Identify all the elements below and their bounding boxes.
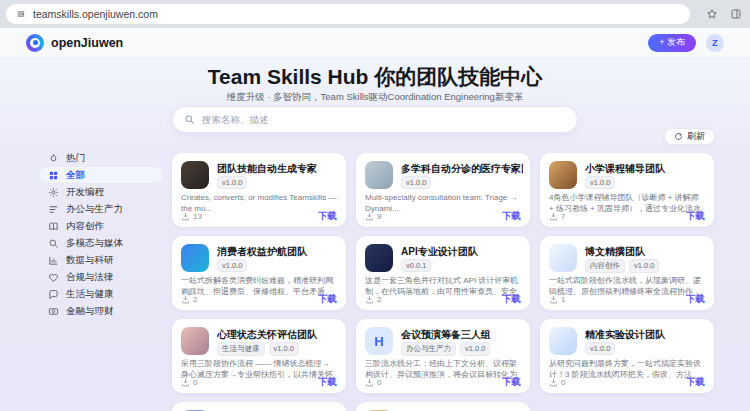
download-count-icon [365, 212, 374, 221]
browser-panel-icon[interactable] [730, 8, 742, 20]
skill-title: 多学科自动分诊的医疗专家团队 [401, 162, 523, 176]
chat-bubble-icon [48, 289, 59, 300]
download-count: 2 [181, 295, 197, 304]
list-icon [48, 204, 59, 215]
download-link[interactable]: 下载 [686, 293, 705, 306]
bar-chart-icon [48, 255, 59, 266]
skill-title: 消费者权益护航团队 [217, 245, 339, 259]
download-link[interactable]: 下载 [686, 210, 705, 223]
skill-app-icon [181, 244, 209, 272]
download-link[interactable]: 下载 [502, 210, 521, 223]
download-count: 2 [365, 295, 381, 304]
sidebar-item-all[interactable]: 全部 [40, 167, 162, 183]
skill-card[interactable]: 团队技能自动生成专家 v1.0.0 Creates, converts, or … [172, 153, 346, 227]
flame-icon [48, 153, 59, 164]
version-badge: v1.0.0 [460, 342, 490, 356]
download-count-icon [181, 295, 190, 304]
skill-card[interactable]: 博文精撰团队 内容创作v1.0.0 一站式四阶段创作流水线，从现象调研、逻辑梳理… [540, 236, 714, 310]
grid-icon [48, 170, 59, 181]
skill-card[interactable]: API专业设计团队 v0.0.1 这是一套三角色并行对抗式 API 设计评审机制… [356, 236, 530, 310]
sidebar-item-legal[interactable]: 合规与法律 [40, 269, 162, 285]
app-header: openJiuwen + 发布 Z [0, 28, 750, 58]
skill-card-partial[interactable] [356, 402, 530, 411]
search-input[interactable] [202, 114, 566, 125]
skill-card[interactable]: 小学课程辅导团队 v1.0.0 4角色小学课程辅导团队（诊断师 + 讲解师 + … [540, 153, 714, 227]
download-link[interactable]: 下载 [318, 376, 337, 389]
sidebar-item-dev[interactable]: 开发编程 [40, 184, 162, 200]
brand-name: openJiuwen [51, 36, 123, 50]
skill-title: API专业设计团队 [401, 245, 523, 259]
sidebar-item-content[interactable]: 内容创作 [40, 218, 162, 234]
download-link[interactable]: 下载 [318, 293, 337, 306]
version-badge: v0.0.1 [401, 259, 431, 272]
download-count: 7 [549, 212, 565, 221]
download-count: 1 [549, 295, 565, 304]
sidebar-item-label: 金融与理财 [66, 305, 114, 318]
skill-app-icon [181, 161, 209, 189]
sidebar-item-finance[interactable]: 金融与理财 [40, 303, 162, 319]
heart-icon [48, 272, 59, 283]
download-count-icon [181, 378, 190, 387]
download-count: 0 [549, 378, 565, 387]
tag-badge: 生活与健康 [217, 342, 265, 356]
bookmark-star-icon[interactable] [706, 8, 718, 20]
sidebar-item-hot[interactable]: 热门 [40, 150, 162, 166]
refresh-icon [674, 132, 683, 141]
version-badge: v1.0.0 [629, 259, 659, 273]
skill-app-icon [549, 244, 577, 272]
sidebar-item-health[interactable]: 生活与健康 [40, 286, 162, 302]
skill-card[interactable]: H 会议预演筹备三人组 办公与生产力v1.0.0 三阶流水线分工：经由上下文分析… [356, 319, 530, 393]
browser-chrome: teamskills.openjiuwen.com [0, 0, 750, 28]
sidebar-item-label: 开发编程 [66, 186, 104, 199]
skill-app-icon: H [365, 327, 393, 355]
skill-title: 小学课程辅导团队 [585, 162, 707, 176]
skill-card[interactable]: 多学科自动分诊的医疗专家团队 v1.0.0 Multi-specialty co… [356, 153, 530, 227]
refresh-label: 刷新 [687, 130, 705, 143]
publish-button[interactable]: + 发布 [648, 34, 696, 52]
sidebar-item-label: 内容创作 [66, 220, 104, 233]
skill-card-partial[interactable] [172, 402, 346, 411]
address-bar[interactable]: teamskills.openjiuwen.com [6, 4, 690, 24]
version-badge: v1.0.0 [401, 176, 431, 189]
tag-badge: 办公与生产力 [401, 342, 456, 356]
version-badge: v1.0.0 [585, 342, 615, 355]
url-text: teamskills.openjiuwen.com [33, 8, 158, 20]
skill-app-icon [549, 161, 577, 189]
user-avatar[interactable]: Z [706, 34, 724, 52]
sidebar-item-label: 数据与科研 [66, 254, 114, 267]
search-bar[interactable] [172, 106, 578, 133]
gear-icon [48, 187, 59, 198]
skill-title: 会议预演筹备三人组 [401, 328, 523, 342]
skill-title: 团队技能自动生成专家 [217, 162, 339, 176]
category-sidebar: 热门 全部 开发编程 办公与生产力 内容创作 多模态与媒体 [40, 150, 162, 319]
search-icon [184, 114, 195, 125]
download-count-icon [549, 378, 558, 387]
download-count: 9 [365, 212, 381, 221]
download-link[interactable]: 下载 [318, 210, 337, 223]
skill-app-icon [181, 327, 209, 355]
download-link[interactable]: 下载 [502, 376, 521, 389]
skill-card[interactable]: 消费者权益护航团队 v1.0.0 一站式拆解各类消费纠纷难题，精准研判网购踩坑、… [172, 236, 346, 310]
brand-logo-icon[interactable] [26, 34, 44, 52]
tag-badge: 内容创作 [585, 259, 625, 273]
sidebar-item-label: 全部 [66, 169, 85, 182]
skill-card[interactable]: 精准实验设计团队 v1.0.0 从研究问题到最终方案，一站式搞定实验设计！3 阶… [540, 319, 714, 393]
sidebar-item-label: 生活与健康 [66, 288, 114, 301]
download-link[interactable]: 下载 [686, 376, 705, 389]
sidebar-item-office[interactable]: 办公与生产力 [40, 201, 162, 217]
download-count: 13 [181, 212, 202, 221]
version-badge: v1.0.0 [585, 176, 615, 189]
site-info-icon[interactable] [16, 9, 26, 19]
skill-app-icon [365, 244, 393, 272]
download-count: 0 [365, 378, 381, 387]
sidebar-item-media[interactable]: 多模态与媒体 [40, 235, 162, 251]
download-link[interactable]: 下载 [502, 293, 521, 306]
skill-card[interactable]: 心理状态关怀评估团队 生活与健康v1.0.0 采用三阶段协作流程 —— 情绪状态… [172, 319, 346, 393]
screen: teamskills.openjiuwen.com openJiuwen + 发… [0, 0, 750, 411]
sidebar-item-data[interactable]: 数据与科研 [40, 252, 162, 268]
version-badge: v1.0.0 [217, 176, 247, 189]
skill-app-icon [365, 161, 393, 189]
refresh-button[interactable]: 刷新 [664, 128, 715, 145]
money-icon [48, 306, 59, 317]
download-count-icon [549, 295, 558, 304]
